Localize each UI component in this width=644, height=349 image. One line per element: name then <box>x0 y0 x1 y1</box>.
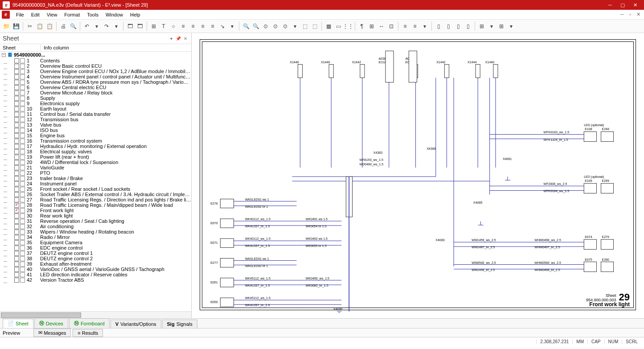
toolbar-btn-5-8[interactable]: ▾ <box>228 22 237 31</box>
row-checkbox[interactable] <box>14 112 19 117</box>
minimize-button[interactable]: ─ <box>604 0 616 10</box>
menu-edit[interactable]: Edit <box>28 12 43 17</box>
sheet-row-36[interactable]: 36EDC engine control <box>0 245 191 250</box>
toolbar-btn-9-0[interactable]: ≡ <box>401 22 410 31</box>
sheet-row-38[interactable]: 38DEUTZ engine control 2 <box>0 256 191 261</box>
sheet-row-10[interactable]: 10Earth layout <box>0 106 191 111</box>
toolbar-btn-9-2[interactable]: ▾ <box>420 22 429 31</box>
toolbar-btn-8-0[interactable]: ¶ <box>357 22 366 31</box>
row-checkbox[interactable] <box>14 139 19 144</box>
sheet-row-31[interactable]: 31Reverse operation / Seat / Cab lightin… <box>0 218 191 224</box>
row-checkbox[interactable] <box>14 235 19 240</box>
sheet-row-12[interactable]: 12Transmission bus <box>0 117 191 122</box>
toolbar-btn-7-0[interactable]: ▦ <box>324 22 333 31</box>
tab-devices[interactable]: ⓃDevices <box>34 318 68 328</box>
sheet-row-16[interactable]: 16Transmission control system <box>0 138 191 144</box>
menu-tools[interactable]: Tools <box>83 12 102 17</box>
results-tab[interactable]: ≡Results <box>73 329 103 337</box>
hscroll-thumb[interactable] <box>1 312 81 318</box>
sheet-row-41[interactable]: 41LED direction indicator / Reserve cabl… <box>0 272 191 277</box>
toolbar-btn-3-1[interactable]: ▾ <box>92 22 101 31</box>
toolbar-btn-2-0[interactable]: 🖨 <box>59 22 68 31</box>
maximize-button[interactable]: ▢ <box>616 0 629 10</box>
toolbar-btn-0-0[interactable]: 📁 <box>2 22 11 31</box>
toolbar-btn-7-2[interactable]: ⋮⋮ <box>344 22 353 31</box>
toolbar-btn-8-3[interactable]: ⊡ <box>387 22 396 31</box>
row-checkbox[interactable] <box>14 123 19 127</box>
row-checkbox[interactable] <box>14 176 19 181</box>
row-checkbox[interactable] <box>14 155 19 160</box>
sheet-row-5[interactable]: 5Overview ABS / RDRA tyre pressure mon s… <box>0 79 191 85</box>
sheet-row-15[interactable]: 15Engine bus <box>0 133 191 138</box>
toolbar-btn-10-3[interactable]: ▯ <box>464 22 472 31</box>
sheet-row-20[interactable]: 204WD / Differential lock / Suspension <box>0 160 191 165</box>
row-checkbox[interactable] <box>14 197 19 202</box>
row-checkbox[interactable] <box>14 251 19 256</box>
row-checkbox[interactable] <box>14 80 19 85</box>
row-checkbox[interactable] <box>14 278 19 283</box>
toolbar-btn-5-1[interactable]: T <box>159 22 168 31</box>
row-checkbox[interactable] <box>14 240 19 245</box>
sheet-row-2[interactable]: 2Overview Basic control ECU <box>0 63 191 69</box>
toolbar-btn-8-2[interactable]: ↔ <box>377 22 386 31</box>
mdi-restore-button[interactable]: ▫ <box>626 12 634 17</box>
sheet-row-7[interactable]: 7Overview Microfuse / Relay block <box>0 90 191 95</box>
row-checkbox[interactable] <box>14 117 19 122</box>
toolbar-btn-8-1[interactable]: ⊞ <box>367 22 376 31</box>
row-checkbox[interactable] <box>14 128 19 133</box>
row-checkbox[interactable] <box>14 171 19 176</box>
toolbar-btn-10-0[interactable]: ▯ <box>434 22 443 31</box>
toolbar-btn-10-1[interactable]: ▯ <box>444 22 453 31</box>
sheet-row-29[interactable]: ✔29Front work light <box>0 208 191 213</box>
row-checkbox[interactable] <box>14 187 19 192</box>
toolbar-btn-7-1[interactable]: ▭ <box>334 22 343 31</box>
sheet-row-37[interactable]: 37DEUTZ engine control 1 <box>0 250 191 256</box>
row-checkbox[interactable] <box>14 262 19 267</box>
toolbar-btn-11-2[interactable]: ⊞ <box>497 22 506 31</box>
row-checkbox[interactable]: ✔ <box>14 208 19 213</box>
col-info-header[interactable]: Info column <box>41 44 191 51</box>
sheet-row-13[interactable]: 13Valve bus <box>0 122 191 127</box>
row-checkbox[interactable] <box>14 69 19 74</box>
sheet-row-24[interactable]: 24Instrument panel <box>0 181 191 186</box>
toolbar-btn-6-0[interactable]: 🔍 <box>242 22 250 31</box>
toolbar-btn-6-2[interactable]: ⊙ <box>261 22 270 31</box>
mdi-minimize-button[interactable]: ─ <box>618 12 626 17</box>
toolbar-btn-5-3[interactable]: ≡ <box>179 22 188 31</box>
mdi-close-button[interactable]: ✕ <box>634 12 642 17</box>
toolbar-btn-1-2[interactable]: 📋 <box>45 22 54 31</box>
toolbar-btn-3-0[interactable]: ↶ <box>82 22 91 31</box>
sheet-row-28[interactable]: ✔28Road Traffic Licensing Regs. / Main/d… <box>0 202 191 208</box>
row-checkbox[interactable] <box>14 90 19 95</box>
row-checkbox[interactable] <box>14 224 19 229</box>
sheet-row-14[interactable]: 14ISO bus <box>0 127 191 133</box>
row-checkbox[interactable] <box>14 230 19 234</box>
row-checkbox[interactable] <box>14 181 19 186</box>
sheet-row-6[interactable]: 6Overview Central electric ECU <box>0 85 191 90</box>
panel-dropdown-icon[interactable]: ▾ <box>168 35 174 41</box>
sheet-row-27[interactable]: 27Road Traffic Licensing Regs. / Directi… <box>0 197 191 202</box>
row-checkbox[interactable] <box>14 144 19 149</box>
toolbar-btn-6-3[interactable]: ⊙ <box>271 22 280 31</box>
toolbar-btn-6-4[interactable]: ⊙ <box>281 22 290 31</box>
row-checkbox[interactable] <box>14 256 19 261</box>
menu-help[interactable]: Help <box>127 12 144 17</box>
toolbar-btn-5-6[interactable]: ≡ <box>208 22 217 31</box>
toolbar-btn-5-0[interactable]: ⊞ <box>149 22 158 31</box>
sheet-row-40[interactable]: 40VarioDoc / GNSS aerial / VarioGuide GN… <box>0 267 191 272</box>
sheet-row-30[interactable]: 30Rear work light <box>0 213 191 218</box>
sheet-row-11[interactable]: 11Control bus / Serial data transfer <box>0 111 191 117</box>
drawing-canvas[interactable]: X1446X1440X1442ECUA038ECUA038X1442X1444X… <box>192 33 644 318</box>
sheet-row-25[interactable]: 25Front socket / Rear socket / Load sock… <box>0 186 191 192</box>
row-checkbox[interactable] <box>14 267 19 272</box>
row-checkbox[interactable] <box>14 272 19 277</box>
panel-hscroll[interactable] <box>0 311 191 318</box>
collapse-icon[interactable]: − <box>2 53 6 57</box>
menu-file[interactable]: File <box>12 12 28 17</box>
sheet-row-8[interactable]: 8Supply <box>0 95 191 101</box>
sheet-row-19[interactable]: 19Power lift (rear + front) <box>0 154 191 160</box>
tab-formboard[interactable]: ⓃFormboard <box>69 318 110 328</box>
toolbar-btn-3-3[interactable]: ▾ <box>112 22 121 31</box>
toolbar-btn-5-7[interactable]: ↘ <box>218 22 227 31</box>
row-checkbox[interactable] <box>14 160 19 165</box>
